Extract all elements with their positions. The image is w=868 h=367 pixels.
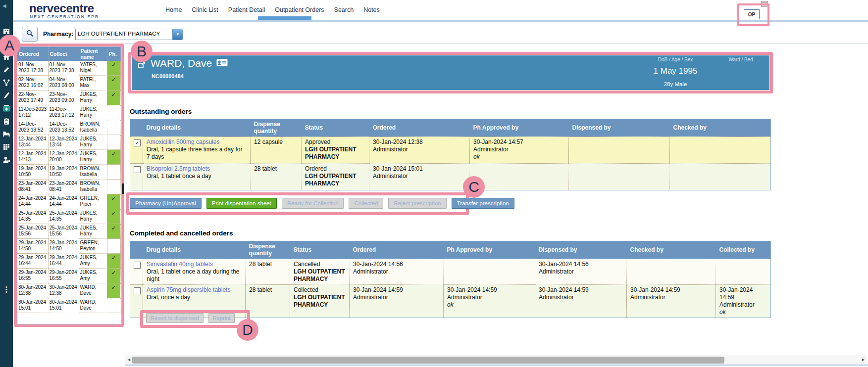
list-item[interactable]: 24-Jan-2024 14:4424-Jan-2024 14:44GREEN,… xyxy=(17,194,120,209)
column-header-ph-approved-by[interactable]: Ph Approved by xyxy=(444,241,535,259)
status-cell: CancelledLGH OUTPATIENT PHARMACY xyxy=(290,259,350,284)
completed-order-row[interactable]: Simvastatin 40mg tablets Oral, 1 tablet … xyxy=(130,259,771,284)
transfer-prescription-button[interactable]: Transfer prescription xyxy=(452,198,514,209)
op-badge-button[interactable]: OP xyxy=(744,9,760,19)
column-header-collected-by[interactable]: Collected by xyxy=(716,241,771,259)
scalpel-icon[interactable] xyxy=(0,89,13,102)
list-item[interactable]: 01-Nov-2023 17:3801-Nov-2023 17:38YATES,… xyxy=(17,61,120,76)
column-header-checked-by[interactable]: Checked by xyxy=(627,241,716,259)
outpatient-orders-page: ◀ ••• nervecentre NEXT GENERATION EPR Ho… xyxy=(0,0,868,367)
list-item[interactable]: 12-Jan-2024 14:1312-Jan-2024 20:00JUKES,… xyxy=(17,150,120,165)
patient-dob-group: DoB / Age / Sex 1 May 1995 28y Male xyxy=(636,57,715,87)
patient-search-button[interactable] xyxy=(22,27,38,42)
clipboard-icon[interactable] xyxy=(0,115,13,128)
outstanding-order-row[interactable]: ✓ Amoxicillin 500mg capsules Oral, 1 cap… xyxy=(130,137,771,163)
column-header-status[interactable]: Status xyxy=(302,119,369,137)
revert-to-dispensed-button[interactable]: Revert to dispensed xyxy=(146,313,204,323)
status-cell: OrderedLGH OUTPATIENT PHARMACY xyxy=(302,163,369,190)
scrollbar-thumb[interactable] xyxy=(132,357,724,364)
column-header-drug-details[interactable]: Drug details xyxy=(143,241,246,259)
list-item[interactable]: 11-Dec-2023 17:1211-Dec-2023 17:12JUKES,… xyxy=(17,105,120,120)
ready-for-collection-button[interactable]: Ready for Collection xyxy=(282,198,344,209)
column-header-status[interactable]: Status xyxy=(290,241,350,259)
drug-link[interactable]: Bisoprolol 2.5mg tablets xyxy=(147,165,247,173)
drug-link[interactable]: Aspirin 75mg dispersible tablets xyxy=(147,286,242,294)
ward-bed-label: Ward / Bed xyxy=(716,57,766,62)
patient-name[interactable]: WARD, Dave xyxy=(151,57,212,69)
bed-icon[interactable] xyxy=(0,128,13,140)
list-item[interactable]: 29-Jan-2024 16:5529-Jan-2024 16:55JUKES,… xyxy=(17,269,120,283)
column-header-dispense-quantity[interactable]: Dispense quantity xyxy=(251,119,302,137)
id-card-icon[interactable] xyxy=(216,57,228,69)
list-item[interactable]: 29-Jan-2024 16:4429-Jan-2024 16:44JUKES,… xyxy=(17,254,120,269)
schedule-grid-icon[interactable] xyxy=(0,140,13,153)
nav-tab-notes[interactable]: Notes xyxy=(363,6,380,13)
column-header-dispensed-by[interactable]: Dispensed by xyxy=(569,119,670,137)
dispensed-cell: 30-Jan-2024 14:56Administrator xyxy=(535,259,627,284)
order-checkbox[interactable] xyxy=(134,287,141,294)
order-checkbox[interactable]: ✓ xyxy=(134,139,141,146)
user-settings-icon[interactable] xyxy=(0,153,13,166)
ph-check xyxy=(107,120,120,135)
column-header-patient-name[interactable]: Patient name xyxy=(79,47,107,61)
list-item[interactable]: 25-Jan-2024 15:5625-Jan-2024 15:56JUKES,… xyxy=(17,224,120,239)
column-header-dispensed-by[interactable]: Dispensed by xyxy=(535,241,627,259)
dispense-quantity-cell: 12 capsule xyxy=(251,137,302,163)
medication-box-icon[interactable] xyxy=(0,102,13,115)
drug-link[interactable]: Amoxicillin 500mg capsules xyxy=(147,138,247,146)
pathway-icon[interactable] xyxy=(0,76,13,89)
open-external-icon[interactable] xyxy=(137,61,146,71)
list-item[interactable]: 14-Dec-2023 13:5214-Dec-2023 13:52BROWN,… xyxy=(17,120,120,135)
drug-link[interactable]: Simvastatin 40mg tablets xyxy=(147,261,242,268)
more-options-icon[interactable]: ••• xyxy=(0,286,13,293)
pharmacy-orders-list: Ordered Collect Patient name Ph. 01-Nov-… xyxy=(17,47,121,313)
reprint-button[interactable]: Reprint xyxy=(208,313,235,323)
dob-age-sex-label: DoB / Age / Sex xyxy=(636,57,715,62)
list-item[interactable]: 19-Jan-2024 10:5019-Jan-2024 10:50BROWN,… xyxy=(17,165,120,180)
panel-divider xyxy=(125,44,125,365)
pharmacy-select[interactable]: LGH OUTPATIENT PHARMACY ▼ xyxy=(75,29,183,40)
pen-icon[interactable] xyxy=(0,63,13,76)
reject-prescription-button[interactable]: Reject prescription xyxy=(388,198,446,209)
scroll-right-icon[interactable]: ► xyxy=(861,357,866,362)
order-checkbox[interactable] xyxy=(134,166,141,173)
outstanding-order-row[interactable]: Bisoprolol 2.5mg tablets Oral, 1 tablet … xyxy=(130,163,771,190)
horizontal-scrollbar[interactable]: ◄ ► xyxy=(125,356,867,364)
active-tab-indicator xyxy=(258,16,311,20)
column-header-drug-details[interactable]: Drug details xyxy=(143,119,251,137)
list-item[interactable]: 25-Jan-2024 14:3525-Jan-2024 14:35JUKES,… xyxy=(17,209,120,224)
patient-id: NC00000484 xyxy=(152,73,184,79)
scroll-left-icon[interactable]: ◄ xyxy=(127,357,131,362)
ordered-cell: 30-Jan-2024 12:38Administrator xyxy=(369,137,470,163)
ph-check: ✓ xyxy=(107,194,120,209)
collected-button[interactable]: Collected xyxy=(349,198,383,209)
column-header-dispense-quantity[interactable]: Dispense quantity xyxy=(246,241,290,259)
order-checkbox[interactable] xyxy=(134,262,141,269)
orders-list-header: Ordered Collect Patient name Ph. xyxy=(17,47,120,61)
nav-tab-patient-detail[interactable]: Patient Detail xyxy=(228,6,265,13)
list-item[interactable]: 30-Jan-2024 12:3830-Jan-2024 12:38WARD, … xyxy=(17,283,120,298)
column-header-checked-by[interactable]: Checked by xyxy=(670,119,771,137)
list-item[interactable]: 29-Jan-2024 14:5029-Jan-2024 14:50GREEN,… xyxy=(17,239,120,254)
collapse-sidebar-icon[interactable]: ◀ xyxy=(2,3,6,8)
ph-check xyxy=(107,105,120,120)
list-item[interactable]: 22-Nov-2023 17:4923-Nov-2023 09:00JUKES,… xyxy=(17,91,120,105)
list-item[interactable]: 12-Jan-2024 13:4412-Jan-2024 13:44JUKES,… xyxy=(17,135,120,150)
chevron-down-icon[interactable]: ▼ xyxy=(172,29,183,40)
panel-resize-handle[interactable] xyxy=(122,184,124,194)
list-item[interactable]: 02-Nov-2023 16:0204-Nov-2023 08:00PATEL,… xyxy=(17,76,120,91)
nav-tab-clinic-list[interactable]: Clinic List xyxy=(192,6,218,13)
nav-tab-search[interactable]: Search xyxy=(334,6,354,13)
list-item[interactable]: 30-Jan-2024 15:0130-Jan-2024 15:01WARD, … xyxy=(17,298,120,313)
list-item[interactable]: 23-Jan-2024 08:4123-Jan-2024 08:41BROWN,… xyxy=(17,180,120,194)
column-header-collect[interactable]: Collect xyxy=(48,47,79,61)
print-dispentation-sheet-button[interactable]: Print dispentation sheet xyxy=(206,198,277,209)
column-header-ordered[interactable]: Ordered xyxy=(350,241,444,259)
column-header-ordered[interactable]: Ordered xyxy=(17,47,48,61)
pharmacy-unapproval-button[interactable]: Pharmacy (Un)Approval xyxy=(130,198,202,209)
column-header-ph-approved-by[interactable]: Ph Approved by xyxy=(470,119,569,137)
column-header-ph[interactable]: Ph. xyxy=(107,47,120,61)
nav-tab-outpatient-orders[interactable]: Outpatient Orders xyxy=(275,6,324,13)
nav-tab-home[interactable]: Home xyxy=(165,6,182,13)
column-header-ordered[interactable]: Ordered xyxy=(369,119,470,137)
